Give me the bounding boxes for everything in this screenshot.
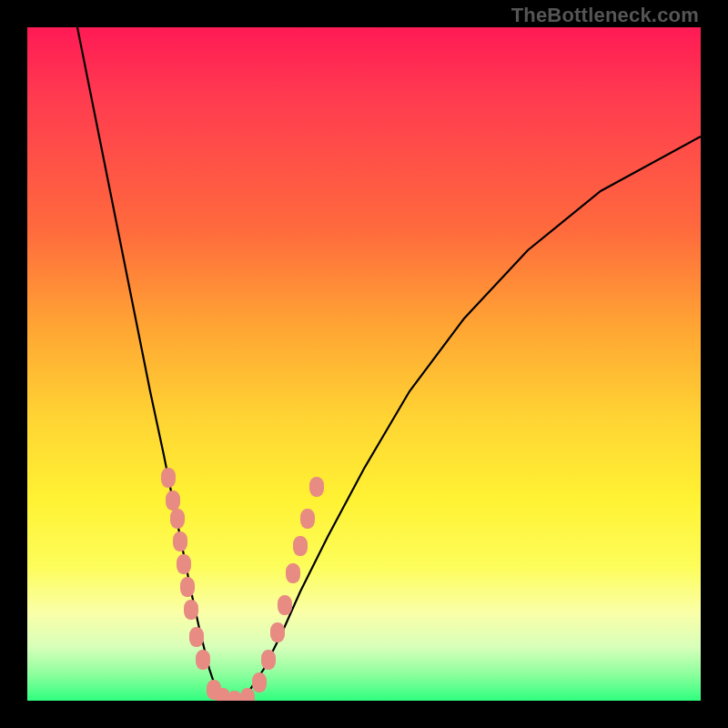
curve-marker <box>293 536 308 556</box>
chart-frame <box>27 27 701 701</box>
curve-marker <box>177 554 191 574</box>
chart-svg <box>27 27 701 701</box>
curve-marker <box>180 577 195 597</box>
curve-marker <box>166 490 180 511</box>
curve-marker <box>309 477 324 497</box>
curve-marker <box>184 600 198 620</box>
curve-marker <box>173 531 187 551</box>
curve-marker <box>170 509 185 529</box>
curve-marker <box>270 622 285 642</box>
curve-marker <box>286 563 300 583</box>
bottleneck-curve <box>77 27 701 701</box>
curve-marker <box>196 650 210 670</box>
curve-marker <box>189 627 204 647</box>
curve-marker <box>252 672 267 693</box>
curve-marker <box>161 468 176 488</box>
curve-marker <box>300 509 315 529</box>
curve-marker <box>278 595 292 615</box>
watermark-text: TheBottleneck.com <box>511 4 699 27</box>
curve-marker <box>261 650 276 670</box>
marker-group <box>161 468 324 701</box>
curve-marker <box>240 688 255 701</box>
curve-marker <box>228 691 242 701</box>
